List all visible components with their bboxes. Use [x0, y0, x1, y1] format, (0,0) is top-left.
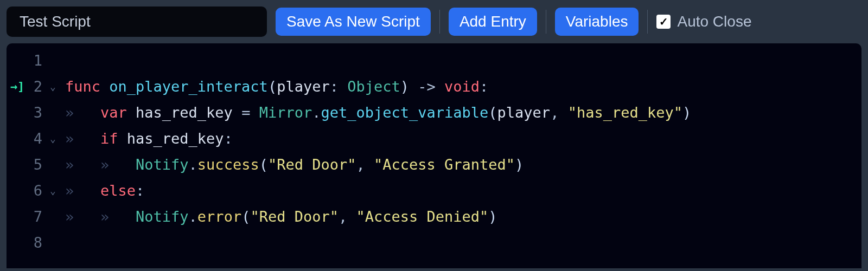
code-line[interactable]: 3» var has_red_key = Mirror.get_object_v…: [7, 100, 861, 126]
toolbar: Save As New Script Add Entry Variables ✓…: [7, 7, 861, 37]
fold-icon[interactable]: ⌄: [50, 74, 65, 100]
code-content[interactable]: » else:: [65, 178, 861, 204]
code-content[interactable]: » » Notify.success("Red Door", "Access G…: [65, 152, 861, 178]
divider: [439, 10, 440, 34]
line-number: 2: [28, 74, 50, 100]
divider: [546, 10, 546, 34]
variables-button[interactable]: Variables: [555, 8, 639, 36]
auto-close-label: Auto Close: [677, 13, 751, 30]
code-editor[interactable]: 1→]2⌄func on_player_interact(player: Obj…: [7, 43, 861, 268]
save-as-new-button[interactable]: Save As New Script: [276, 8, 431, 36]
fold-icon[interactable]: ⌄: [50, 126, 65, 152]
line-number: 4: [28, 126, 50, 152]
line-number: 5: [28, 152, 50, 178]
code-line[interactable]: 4⌄» if has_red_key:: [7, 126, 861, 152]
line-number: 1: [28, 48, 50, 74]
line-number: 6: [28, 178, 50, 204]
script-name-input[interactable]: [7, 7, 267, 37]
checkbox-icon: ✓: [656, 15, 671, 29]
line-number: 7: [28, 204, 50, 230]
code-line[interactable]: 5» » Notify.success("Red Door", "Access …: [7, 152, 861, 178]
auto-close-toggle[interactable]: ✓ Auto Close: [656, 13, 751, 30]
code-line[interactable]: 7» » Notify.error("Red Door", "Access De…: [7, 204, 861, 230]
code-line[interactable]: 8: [7, 230, 861, 256]
code-line[interactable]: 6⌄» else:: [7, 178, 861, 204]
code-line[interactable]: 1: [7, 48, 861, 74]
line-number: 8: [28, 230, 50, 256]
code-line[interactable]: →]2⌄func on_player_interact(player: Obje…: [7, 74, 861, 100]
code-content[interactable]: func on_player_interact(player: Object) …: [65, 74, 861, 100]
fold-icon[interactable]: ⌄: [50, 178, 65, 204]
divider: [647, 10, 648, 34]
code-content[interactable]: » if has_red_key:: [65, 126, 861, 152]
code-content[interactable]: » » Notify.error("Red Door", "Access Den…: [65, 204, 861, 230]
line-number: 3: [28, 100, 50, 126]
add-entry-button[interactable]: Add Entry: [449, 8, 537, 36]
code-content[interactable]: » var has_red_key = Mirror.get_object_va…: [65, 100, 861, 126]
entry-point-icon: →]: [7, 74, 28, 100]
